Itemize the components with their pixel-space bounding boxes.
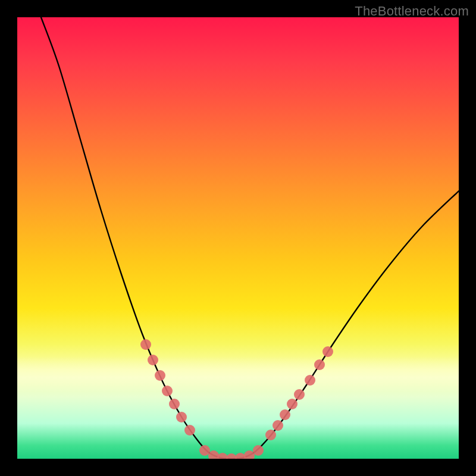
- marker-dot: [265, 430, 276, 440]
- curve-svg: [17, 17, 459, 459]
- chart-frame: TheBottleneck.com: [0, 0, 476, 476]
- watermark-text: TheBottleneck.com: [355, 4, 469, 19]
- marker-dot: [294, 389, 305, 400]
- marker-dot: [140, 339, 151, 350]
- marker-dot: [287, 399, 298, 409]
- marker-dot: [169, 399, 180, 409]
- marker-dot: [148, 355, 158, 365]
- marker-dot: [184, 425, 195, 436]
- marker-dot: [322, 346, 333, 357]
- marker-dot: [176, 412, 187, 422]
- marker-dot: [273, 420, 283, 431]
- marker-dot: [314, 359, 325, 370]
- marker-dot: [253, 445, 264, 456]
- marker-dot: [162, 386, 173, 396]
- marker-dot: [305, 375, 315, 386]
- marker-dot: [280, 409, 290, 420]
- markers-group: [140, 339, 333, 459]
- marker-dot: [199, 445, 210, 456]
- bottleneck-curve: [41, 17, 459, 459]
- plot-area: [17, 17, 459, 459]
- marker-dot: [155, 370, 165, 381]
